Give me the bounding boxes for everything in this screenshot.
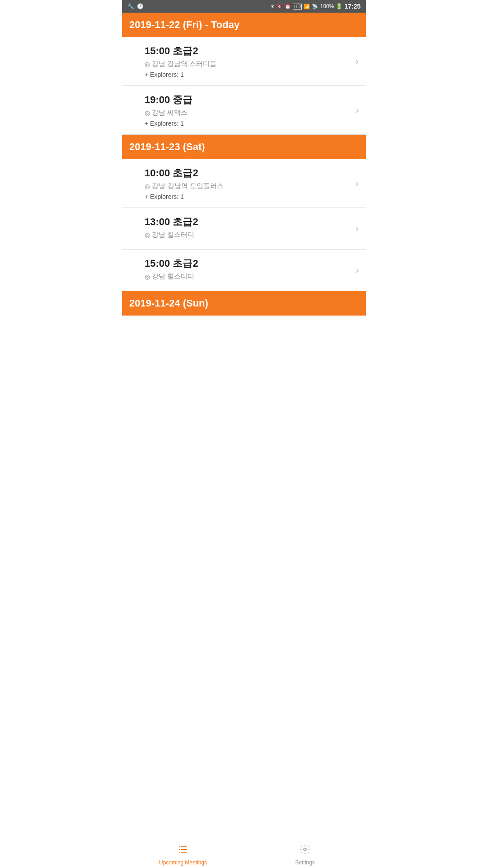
filter-icon: 🔧 [127, 3, 134, 9]
section-fri: 2019-11-22 (Fri) - Today 15:00 초급2 ◎ 강남 … [122, 13, 366, 135]
meeting-title: 13:00 초급2 [145, 215, 359, 229]
meeting-title: 15:00 초급2 [145, 257, 359, 270]
arrow-right-icon: › [356, 264, 359, 276]
meeting-item[interactable]: 15:00 초급2 ◎ 강남 강남역 스터디룸 + Explorers: 1 › [122, 37, 366, 86]
wifi-icon: 📶 [304, 4, 310, 9]
meeting-explorers: + Explorers: 1 [145, 193, 359, 200]
meeting-location: ◎ 강남 힐스터디 [145, 231, 359, 239]
meeting-item[interactable]: 15:00 초급2 ◎ 강남 힐스터디 › [122, 250, 366, 291]
arrow-right-icon: › [356, 178, 359, 189]
meeting-item[interactable]: 10:00 초급2 ◎ 강남-강남역 모임플러스 + Explorers: 1 … [122, 159, 366, 208]
bluetooth-icon: ∗ [270, 3, 275, 9]
date-header-fri: 2019-11-22 (Fri) - Today [122, 13, 366, 37]
location-pin-icon: ◎ [145, 231, 150, 239]
arrow-right-icon: › [356, 104, 359, 116]
battery-icon: 🔋 [336, 3, 343, 9]
time-display: 17:25 [344, 3, 361, 10]
location-pin-icon: ◎ [145, 61, 150, 68]
section-sun: 2019-11-24 (Sun) [122, 291, 366, 316]
alarm-icon: ⏰ [285, 4, 291, 9]
meeting-title: 19:00 중급 [145, 93, 359, 107]
status-right-icons: ∗ 🔇 ⏰ HD 📶 📡 100% 🔋 17:25 [270, 3, 361, 10]
section-sat: 2019-11-23 (Sat) 10:00 초급2 ◎ 강남-강남역 모임플러… [122, 135, 366, 291]
meeting-explorers: + Explorers: 1 [145, 120, 359, 127]
meeting-location: ◎ 강남 강남역 스터디룸 [145, 60, 359, 68]
mute-icon: 🔇 [277, 4, 283, 9]
battery-percent: 100% [320, 3, 334, 9]
arrow-right-icon: › [356, 223, 359, 235]
location-pin-icon: ◎ [145, 273, 150, 280]
date-header-sun: 2019-11-24 (Sun) [122, 291, 366, 316]
location-pin-icon: ◎ [145, 109, 150, 117]
status-bar: 🔧 🕐 ∗ 🔇 ⏰ HD 📶 📡 100% 🔋 17:25 [122, 0, 366, 13]
status-left-icons: 🔧 🕐 [127, 3, 144, 9]
hd-icon: HD [293, 4, 302, 9]
content-area: 2019-11-22 (Fri) - Today 15:00 초급2 ◎ 강남 … [122, 13, 366, 434]
meeting-title: 15:00 초급2 [145, 44, 359, 58]
meeting-location: ◎ 강남 씨맥스 [145, 108, 359, 117]
meeting-explorers: + Explorers: 1 [145, 71, 359, 78]
clock-icon: 🕐 [137, 3, 144, 9]
meeting-item[interactable]: 13:00 초급2 ◎ 강남 힐스터디 › [122, 208, 366, 250]
arrow-right-icon: › [356, 56, 359, 67]
date-header-sat: 2019-11-23 (Sat) [122, 135, 366, 159]
signal-icon: 📡 [312, 4, 318, 9]
meeting-title: 10:00 초급2 [145, 166, 359, 180]
meeting-location: ◎ 강남 힐스터디 [145, 272, 359, 281]
location-pin-icon: ◎ [145, 183, 150, 190]
meeting-location: ◎ 강남-강남역 모임플러스 [145, 182, 359, 190]
meeting-item[interactable]: 19:00 중급 ◎ 강남 씨맥스 + Explorers: 1 › [122, 86, 366, 135]
